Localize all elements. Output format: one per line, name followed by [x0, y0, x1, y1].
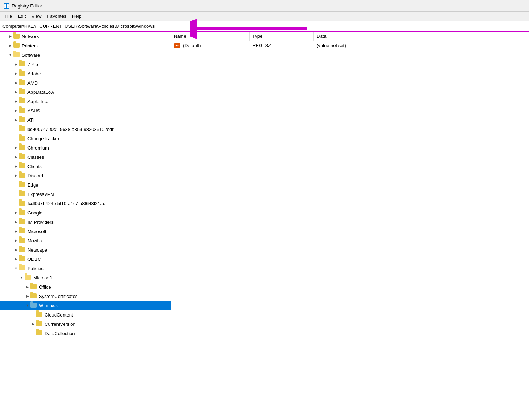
expander-systemcerts[interactable]: ▶ — [25, 293, 30, 299]
tree-item-chromium[interactable]: ▶ Chromium — [0, 143, 171, 152]
tree-label-bd400747: bd400747-f0c1-5638-a859-982036102edf — [27, 127, 114, 132]
tree-label-datacollection: DataCollection — [45, 331, 75, 336]
ab-icon: ab — [174, 43, 180, 48]
title-bar: Registry Editor — [0, 0, 529, 12]
tree-label-pol-microsoft: Microsoft — [33, 275, 52, 280]
menu-favorites[interactable]: Favorites — [44, 13, 69, 20]
tree-label-clients: Clients — [27, 164, 42, 169]
tree-label-appdatalow: AppDataLow — [27, 90, 54, 95]
menu-file[interactable]: File — [2, 13, 15, 20]
folder-icon-asus — [19, 108, 26, 113]
folder-icon-chromium — [19, 145, 26, 151]
tree-item-classes[interactable]: ▶ Classes — [0, 152, 171, 162]
tree-label-improviders: IM Providers — [27, 219, 54, 225]
tree-pane[interactable]: ▶ Network ▶ Printers ▼ Software ▶ 7-Zip — [0, 32, 171, 420]
tree-item-discord[interactable]: ▶ Discord — [0, 171, 171, 180]
registry-icon — [3, 3, 10, 9]
tree-item-ati[interactable]: ▶ ATI — [0, 115, 171, 125]
folder-icon-adobe — [19, 71, 26, 76]
tree-item-office[interactable]: ▶ Office — [0, 282, 171, 292]
tree-label-apple: Apple Inc. — [27, 99, 48, 104]
tree-item-fcdf0d7f[interactable]: ▶ fcdf0d7f-424b-5f10-a1c7-a8f643f21adf — [0, 199, 171, 208]
tree-item-cloudcontent[interactable]: ▶ CloudContent — [0, 310, 171, 319]
menu-edit[interactable]: Edit — [15, 13, 29, 20]
tree-item-google[interactable]: ▶ Google — [0, 208, 171, 217]
tree-item-currentversion[interactable]: ▶ CurrentVersion — [0, 319, 171, 329]
expander-microsoft[interactable]: ▶ — [13, 228, 19, 234]
tree-item-network[interactable]: ▶ Network — [0, 32, 171, 41]
expander-mozilla[interactable]: ▶ — [13, 238, 19, 243]
expander-printers[interactable]: ▶ — [7, 43, 13, 49]
right-pane: Name Type Data ab (Default) REG_SZ (valu… — [171, 32, 529, 420]
expander-google[interactable]: ▶ — [13, 210, 19, 216]
tree-item-odbc[interactable]: ▶ ODBC — [0, 254, 171, 264]
tree-item-improviders[interactable]: ▶ IM Providers — [0, 217, 171, 227]
tree-label-adobe: Adobe — [27, 71, 41, 76]
tree-label-discord: Discord — [27, 173, 43, 178]
expander-pol-microsoft[interactable]: ▼ — [19, 275, 25, 280]
expander-classes[interactable]: ▶ — [13, 154, 19, 160]
menu-help[interactable]: Help — [69, 13, 85, 20]
tree-item-printers[interactable]: ▶ Printers — [0, 41, 171, 50]
expander-office[interactable]: ▶ — [25, 284, 30, 290]
tree-item-mozilla[interactable]: ▶ Mozilla — [0, 236, 171, 245]
table-row[interactable]: ab (Default) REG_SZ (value not set) — [171, 41, 529, 50]
expander-ati[interactable]: ▶ — [13, 117, 19, 123]
expander-software[interactable]: ▼ — [7, 52, 13, 58]
expander-windows[interactable]: ▼ — [25, 303, 30, 308]
folder-icon-printers — [13, 43, 20, 49]
folder-icon-datacollection — [36, 330, 43, 336]
expander-network[interactable]: ▶ — [7, 34, 13, 39]
tree-label-systemcerts: SystemCertificates — [39, 294, 77, 299]
cell-data: (value not set) — [314, 41, 529, 50]
tree-item-asus[interactable]: ▶ ASUS — [0, 106, 171, 115]
tree-item-changetracker[interactable]: ▶ ChangeTracker — [0, 134, 171, 143]
tree-item-software[interactable]: ▼ Software — [0, 50, 171, 60]
folder-icon-improviders — [19, 219, 26, 225]
tree-label-7zip: 7-Zip — [27, 62, 38, 67]
expander-improviders[interactable]: ▶ — [13, 219, 19, 225]
folder-icon-policies — [19, 265, 26, 271]
tree-item-expressvpn[interactable]: ▶ ExpressVPN — [0, 189, 171, 199]
menu-view[interactable]: View — [29, 13, 44, 20]
expander-policies[interactable]: ▼ — [13, 265, 19, 271]
address-path[interactable]: Computer\HKEY_CURRENT_USER\Software\Poli… — [2, 24, 155, 29]
tree-item-microsoft[interactable]: ▶ Microsoft — [0, 227, 171, 236]
tree-item-apple[interactable]: ▶ Apple Inc. — [0, 97, 171, 106]
expander-asus[interactable]: ▶ — [13, 108, 19, 113]
tree-item-pol-microsoft[interactable]: ▼ Microsoft — [0, 273, 171, 282]
expander-clients[interactable]: ▶ — [13, 163, 19, 169]
tree-label-cloudcontent: CloudContent — [45, 312, 73, 318]
expander-netscape[interactable]: ▶ — [13, 247, 19, 253]
menu-bar: File Edit View Favorites Help — [0, 12, 529, 21]
tree-label-currentversion: CurrentVersion — [45, 322, 76, 327]
tree-label-windows: Windows — [39, 303, 58, 308]
expander-appdatalow[interactable]: ▶ — [13, 89, 19, 95]
expander-apple[interactable]: ▶ — [13, 98, 19, 104]
expander-chromium[interactable]: ▶ — [13, 145, 19, 151]
folder-icon-fcdf0d7f — [19, 201, 26, 206]
expander-discord[interactable]: ▶ — [13, 173, 19, 178]
expander-amd[interactable]: ▶ — [13, 80, 19, 86]
table-header: Name Type Data — [171, 32, 529, 41]
tree-item-amd[interactable]: ▶ AMD — [0, 78, 171, 87]
tree-item-appdatalow[interactable]: ▶ AppDataLow — [0, 87, 171, 97]
tree-item-adobe[interactable]: ▶ Adobe — [0, 69, 171, 78]
tree-label-office: Office — [39, 284, 51, 290]
tree-item-clients[interactable]: ▶ Clients — [0, 162, 171, 171]
tree-label-mozilla: Mozilla — [27, 238, 42, 243]
tree-item-policies[interactable]: ▼ Policies — [0, 264, 171, 273]
folder-icon-systemcerts — [30, 293, 37, 299]
folder-icon-edge — [19, 182, 26, 188]
tree-item-systemcerts[interactable]: ▶ SystemCertificates — [0, 292, 171, 301]
tree-item-windows[interactable]: ▼ Windows — [0, 301, 171, 310]
expander-adobe[interactable]: ▶ — [13, 71, 19, 76]
tree-item-7zip[interactable]: ▶ 7-Zip — [0, 60, 171, 69]
tree-item-bd400747[interactable]: ▶ bd400747-f0c1-5638-a859-982036102edf — [0, 125, 171, 134]
tree-item-edge[interactable]: ▶ Edge — [0, 180, 171, 189]
tree-item-datacollection[interactable]: ▶ DataCollection — [0, 329, 171, 338]
expander-odbc[interactable]: ▶ — [13, 256, 19, 262]
expander-7zip[interactable]: ▶ — [13, 61, 19, 67]
expander-currentversion[interactable]: ▶ — [30, 321, 36, 327]
tree-item-netscape[interactable]: ▶ Netscape — [0, 245, 171, 254]
